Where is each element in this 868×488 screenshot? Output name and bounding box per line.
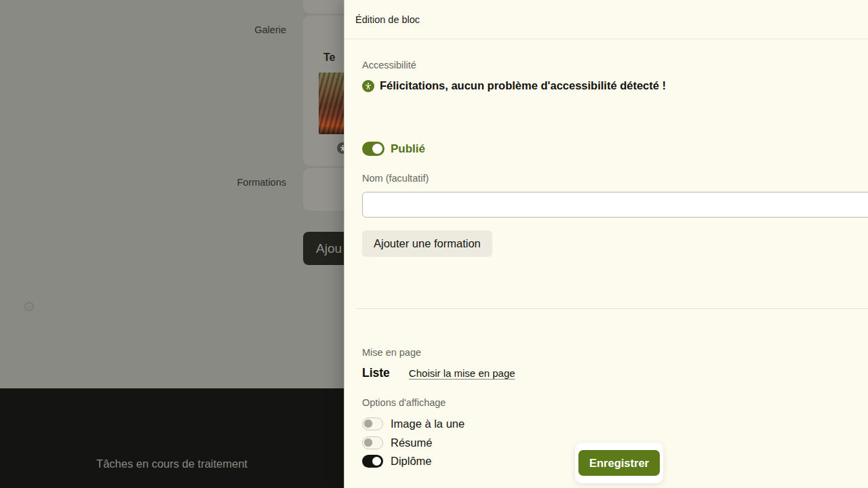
gear-icon: ⚙ [22, 298, 36, 315]
choose-layout-link[interactable]: Choisir la mise en page [409, 367, 515, 379]
option-label: Résumé [391, 436, 432, 449]
drawer-header: Édition de bloc [344, 0, 868, 39]
accessibility-success-message: Félicitations, aucun problème d'accessib… [380, 79, 666, 92]
option-row-summary: Résumé [362, 436, 432, 449]
diploma-toggle[interactable] [362, 455, 383, 468]
name-input[interactable] [362, 192, 868, 218]
layout-row: Liste Choisir la mise en page [362, 366, 515, 380]
accessibility-status-row: Félicitations, aucun problème d'accessib… [362, 79, 666, 92]
bg-section-label-formations: Formations [237, 177, 286, 188]
layout-section-label: Mise en page [362, 347, 421, 358]
drawer-title: Édition de bloc [355, 14, 420, 25]
option-label: Image à la une [391, 418, 465, 430]
toggle-knob [372, 457, 381, 466]
toggle-knob [372, 144, 382, 154]
accessibility-person-glyph [364, 82, 372, 90]
page-background: Galerie Formations Te Ajou ⚙ Tâches en c… [0, 0, 868, 488]
toggle-knob [363, 438, 373, 447]
save-button[interactable]: Enregistrer [578, 450, 660, 476]
featured-image-toggle[interactable] [362, 418, 383, 430]
layout-current-value: Liste [362, 366, 390, 380]
option-label: Diplôme [391, 455, 432, 468]
task-status-text: Tâches en cours de traitement [0, 458, 344, 470]
bg-card-title: Te [323, 52, 335, 64]
accessibility-section-label: Accessibilité [362, 60, 416, 70]
block-edit-drawer: Édition de bloc Accessibilité Félicitati… [344, 0, 868, 488]
name-field-label: Nom (facultatif) [362, 173, 429, 184]
save-button-card: Enregistrer [575, 443, 663, 483]
option-row-featured-image: Image à la une [362, 418, 465, 430]
published-toggle[interactable] [362, 142, 384, 156]
accessibility-icon [362, 80, 374, 92]
display-options-label: Options d'affichage [362, 397, 446, 408]
bg-section-label-galerie: Galerie [254, 24, 286, 35]
summary-toggle[interactable] [362, 436, 383, 449]
published-toggle-row: Publié [362, 142, 425, 156]
published-toggle-label: Publié [391, 142, 425, 156]
toggle-knob [363, 419, 373, 428]
add-formation-button[interactable]: Ajouter une formation [362, 230, 492, 257]
option-row-diploma: Diplôme [362, 455, 432, 468]
section-divider [356, 308, 868, 309]
